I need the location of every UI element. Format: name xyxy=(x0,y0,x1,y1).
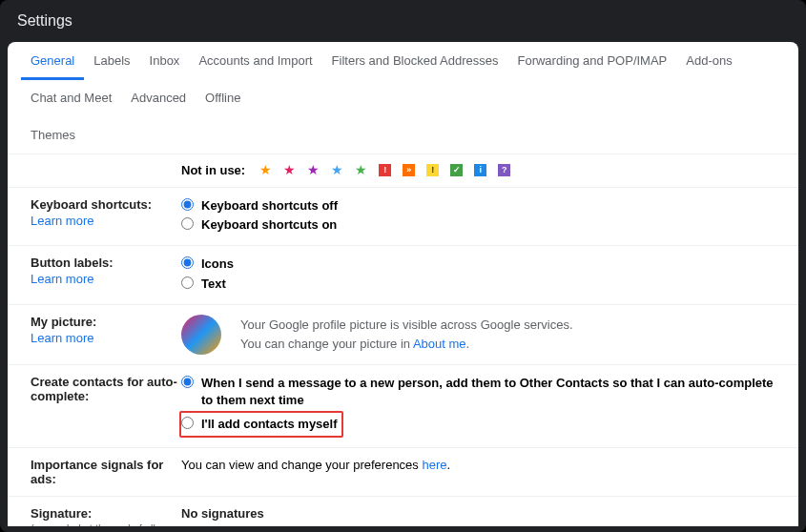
profile-description: Your Google profile picture is visible a… xyxy=(240,316,573,353)
star-green-icon[interactable]: ★ xyxy=(355,162,367,177)
star-purple-icon[interactable]: ★ xyxy=(307,162,320,177)
tabs-container: GeneralLabelsInboxAccounts and ImportFil… xyxy=(8,42,798,154)
tab-filters-and-blocked-addresses[interactable]: Filters and Blocked Addresses xyxy=(322,42,508,80)
keyboard-shortcuts-label: Keyboard shortcuts: xyxy=(31,197,152,212)
no-signatures-text: No signatures xyxy=(181,506,775,521)
signature-label: Signature: xyxy=(31,506,92,521)
keyboard-shortcuts-on-radio[interactable] xyxy=(181,217,194,230)
importance-desc: You can view and change your preferences… xyxy=(181,458,450,472)
learn-more-link[interactable]: Learn more xyxy=(31,331,181,345)
avatar[interactable] xyxy=(181,315,221,355)
tab-forwarding-and-pop-imap[interactable]: Forwarding and POP/IMAP xyxy=(507,42,676,80)
create-contacts-label: Create contacts for auto-complete: xyxy=(31,375,177,403)
tab-inbox[interactable]: Inbox xyxy=(140,42,190,80)
yellow-exclamation-icon[interactable]: ! xyxy=(426,164,439,176)
my-picture-label: My picture: xyxy=(31,315,96,329)
tab-accounts-and-import[interactable]: Accounts and Import xyxy=(189,42,321,80)
green-check-icon[interactable]: ✓ xyxy=(450,164,463,176)
about-me-link[interactable]: About me xyxy=(413,337,466,351)
not-in-use-label: Not in use: xyxy=(181,163,245,177)
tab-add-ons[interactable]: Add-ons xyxy=(676,42,741,80)
button-labels-icons-label[interactable]: Icons xyxy=(201,256,775,273)
star-red-icon[interactable]: ★ xyxy=(283,162,296,177)
contacts-myself-label[interactable]: I'll add contacts myself xyxy=(201,416,338,433)
tab-labels[interactable]: Labels xyxy=(84,42,139,80)
tab-offline[interactable]: Offline xyxy=(196,79,250,117)
contacts-myself-radio[interactable] xyxy=(181,417,194,429)
stars-container: ★ ★ ★ ★ ★ ! » ! ✓ i ? xyxy=(259,162,510,177)
settings-title: Settings xyxy=(0,0,806,42)
keyboard-shortcuts-on-label[interactable]: Keyboard shortcuts on xyxy=(201,216,775,234)
keyboard-shortcuts-off-radio[interactable] xyxy=(181,198,194,211)
keyboard-shortcuts-off-label[interactable]: Keyboard shortcuts off xyxy=(201,197,775,215)
star-orange-icon[interactable]: ★ xyxy=(259,162,272,177)
importance-here-link[interactable]: here xyxy=(422,458,446,472)
signature-sub-label: (appended at the end of all outgoing mes… xyxy=(31,522,181,526)
highlighted-option-box: I'll add contacts myself xyxy=(179,411,343,438)
tab-themes[interactable]: Themes xyxy=(21,116,85,154)
tab-general[interactable]: General xyxy=(21,42,84,80)
tab-chat-and-meet[interactable]: Chat and Meet xyxy=(21,79,121,117)
red-exclamation-icon[interactable]: ! xyxy=(379,164,391,176)
blue-info-icon[interactable]: i xyxy=(474,164,486,176)
importance-signals-label: Importance signals for ads: xyxy=(31,458,163,486)
button-labels-label: Button labels: xyxy=(31,256,114,270)
button-labels-icons-radio[interactable] xyxy=(181,256,194,269)
tab-advanced[interactable]: Advanced xyxy=(121,79,196,117)
purple-question-icon[interactable]: ? xyxy=(498,164,510,176)
contacts-auto-label[interactable]: When I send a message to a new person, a… xyxy=(201,375,775,409)
learn-more-link[interactable]: Learn more xyxy=(31,214,181,228)
star-blue-icon[interactable]: ★ xyxy=(331,162,343,177)
contacts-auto-radio[interactable] xyxy=(181,376,194,388)
orange-arrows-icon[interactable]: » xyxy=(403,164,415,176)
button-labels-text-radio[interactable] xyxy=(181,276,194,289)
learn-more-link[interactable]: Learn more xyxy=(31,272,181,286)
button-labels-text-label[interactable]: Text xyxy=(201,276,775,293)
